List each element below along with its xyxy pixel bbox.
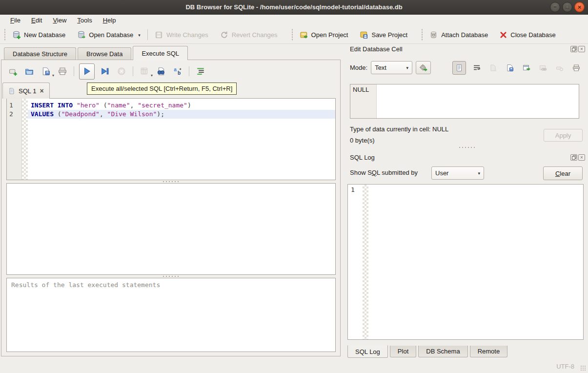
sql-file-icon [8, 87, 15, 95]
float-icon [572, 155, 576, 160]
line-number: 2 [7, 110, 21, 119]
float-panel-button[interactable] [570, 154, 577, 161]
sql-document-tab-label: SQL 1 [19, 87, 36, 95]
dock-tab-sql-log[interactable]: SQL Log [347, 345, 388, 358]
new-sql-tab-button[interactable] [6, 64, 19, 78]
close-database-button[interactable]: Close Database [497, 29, 558, 41]
right-dock: Edit Database Cell × Mode: Text ▾ [347, 45, 586, 359]
menu-help[interactable]: Help [98, 16, 122, 25]
clear-log-button[interactable]: Clear [543, 166, 583, 180]
format-sql-button[interactable] [194, 64, 207, 78]
sql-code-area[interactable]: INSERT INTO "hero" ("name", "secret_name… [28, 99, 335, 180]
splitter-handle-icon [162, 275, 180, 277]
find-button[interactable] [155, 64, 167, 78]
results-message-area[interactable]: Results of the last executed statements [6, 278, 336, 352]
dock-tab-remote-label: Remote [478, 348, 500, 355]
toolbar-drag-handle[interactable] [3, 29, 6, 41]
open-in-external-button[interactable] [521, 62, 532, 74]
menubar: File Edit View Tools Help [0, 15, 588, 26]
open-sql-file-button[interactable] [23, 64, 36, 78]
open-database-button[interactable]: Open Database ▾ [75, 29, 143, 41]
save-project-button[interactable]: Save Project [357, 29, 410, 41]
gear-arrow-icon [419, 63, 427, 72]
float-panel-button[interactable] [570, 46, 577, 52]
dock-tab-plot[interactable]: Plot [390, 346, 416, 357]
write-changes-button: Write Changes [152, 29, 211, 41]
toolbar-drag-handle[interactable] [291, 29, 294, 41]
tab-execute-sql-label: Execute SQL [142, 50, 179, 57]
tab-browse-data-label: Browse Data [86, 50, 122, 58]
sql-text: , [130, 102, 138, 109]
db-browser-window: { "window": { "title": "DB Browser for S… [0, 0, 588, 373]
close-sql-tab-icon[interactable]: × [40, 87, 43, 94]
edit-cell-panel-title: Edit Database Cell [350, 45, 403, 53]
close-panel-button[interactable]: × [578, 154, 585, 161]
dock-tab-remote[interactable]: Remote [470, 346, 508, 357]
main-tab-bar: Database Structure Browse Data Execute S… [4, 46, 189, 60]
maximize-button[interactable]: □ [562, 2, 572, 12]
menu-edit[interactable]: Edit [26, 16, 47, 25]
cell-value-editor[interactable]: NULL [350, 84, 579, 119]
filter-label-part: L submitted by [377, 169, 418, 176]
tab-browse-data[interactable]: Browse Data [78, 47, 131, 60]
resize-grip[interactable] [580, 365, 587, 372]
close-database-label: Close Database [510, 31, 556, 39]
menu-file[interactable]: File [5, 16, 26, 25]
dock-tab-db-schema[interactable]: DB Schema [418, 346, 467, 357]
open-project-button[interactable]: Open Project [297, 29, 351, 41]
minimize-icon: − [553, 4, 556, 10]
execute-current-line-button[interactable] [99, 64, 111, 78]
svg-text:a: a [174, 67, 177, 72]
new-database-button[interactable]: New Database [10, 29, 68, 41]
apply-cell-button: Apply [544, 129, 583, 142]
text-mode-button[interactable] [452, 61, 466, 75]
save-sql-file-button[interactable]: ▾ [40, 64, 52, 78]
toolbar-drag-handle[interactable] [421, 29, 424, 41]
print-icon [58, 67, 67, 76]
execute-sql-button[interactable] [79, 63, 95, 80]
sql-text: ( [54, 110, 61, 118]
save-file-dropdown-icon[interactable]: ▾ [52, 73, 54, 78]
cell-value-gutter: NULL [350, 84, 377, 118]
sql-log-view[interactable]: 1 [347, 184, 584, 340]
apply-mode-button[interactable] [416, 61, 431, 74]
print-cell-button[interactable] [570, 62, 582, 74]
tab-database-structure[interactable]: Database Structure [4, 47, 76, 60]
titlebar[interactable]: DB Browser for SQLite - /home/user/code/… [0, 0, 588, 15]
sql-editor[interactable]: 1 2 INSERT INTO "hero" ("name", "secret_… [6, 98, 336, 180]
minimize-button[interactable]: − [550, 2, 560, 12]
edit-cell-panel-buttons: × [570, 46, 585, 52]
word-wrap-button[interactable] [471, 62, 483, 74]
close-button[interactable]: × [574, 2, 585, 12]
save-results-dropdown-icon: ▾ [151, 73, 153, 78]
open-database-dropdown-icon[interactable]: ▾ [138, 33, 141, 39]
menu-view[interactable]: View [47, 16, 72, 25]
sql-text: , [100, 110, 107, 118]
results-grid[interactable] [6, 183, 336, 275]
tooltip-text: Execute all/selected SQL [Ctrl+Return, F… [91, 85, 232, 92]
cell-value-text-area[interactable] [377, 84, 579, 118]
sql-text: ); [157, 110, 164, 118]
dock-splitter[interactable] [347, 146, 586, 149]
sql-document-tab[interactable]: SQL 1 × [2, 83, 50, 99]
log-filter-select[interactable]: User ▾ [431, 166, 484, 180]
export-cell-button[interactable] [504, 62, 516, 74]
line-number: 1 [7, 101, 21, 110]
set-null-button [554, 62, 566, 74]
dock-tab-plot-label: Plot [398, 348, 408, 355]
cell-mode-select[interactable]: Text ▾ [371, 61, 412, 74]
find-icon [157, 67, 165, 76]
new-database-label: New Database [24, 31, 65, 39]
tab-execute-sql[interactable]: Execute SQL [133, 46, 188, 60]
print-sql-button[interactable] [56, 64, 69, 78]
replace-button[interactable]: a b [171, 64, 184, 78]
close-panel-button[interactable]: × [578, 46, 585, 52]
attach-database-button[interactable]: Attach Database [427, 29, 490, 41]
open-file-icon [25, 67, 34, 76]
encoding-status[interactable]: UTF-8 [556, 363, 574, 370]
results-placeholder: Results of the last executed statements [11, 281, 160, 289]
close-panel-icon: × [580, 47, 583, 52]
cell-mode-row: Mode: Text ▾ [350, 61, 431, 74]
menu-tools[interactable]: Tools [72, 16, 97, 25]
window-title: DB Browser for SQLite - /home/user/code/… [185, 3, 402, 11]
